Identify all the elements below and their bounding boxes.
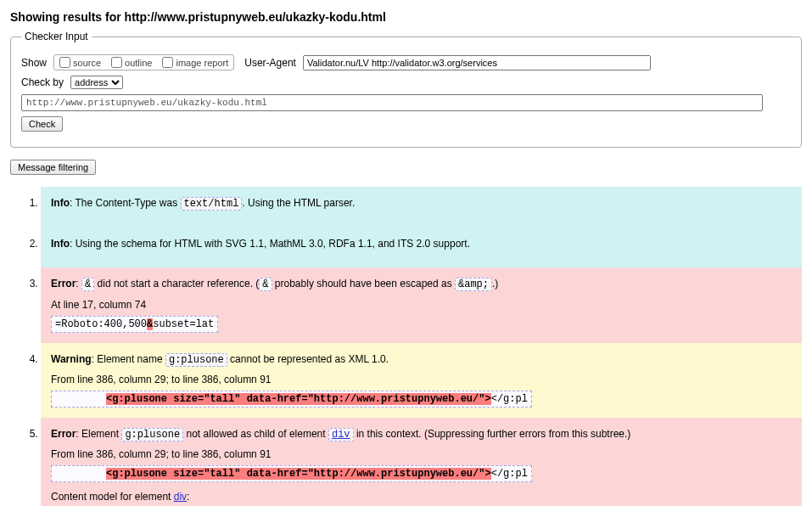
checkby-select[interactable]: address [70, 76, 123, 89]
msg4-t1: : Element name [92, 353, 165, 365]
checker-legend: Checker Input [21, 31, 92, 42]
msg3-t3: probably should have been escaped as [272, 278, 456, 290]
msg5-codeblock: <g:plusone size="tall" data-href="http:/… [51, 465, 532, 482]
msg4-t2: cannot be represented as XML 1.0. [227, 353, 389, 365]
message-info-1: Info: The Content-Type was text/html. Us… [41, 187, 802, 228]
results-url: http://www.pristupnyweb.eu/ukazky-kodu.h… [125, 10, 386, 24]
msg1-label: Info [51, 197, 70, 209]
msg3-c3: &amp; [455, 278, 492, 291]
msg5-div-link[interactable]: div [332, 429, 350, 441]
results-heading: Showing results for http://www.pristupny… [10, 10, 802, 24]
message-info-2: Info: Using the schema for HTML with SVG… [41, 228, 802, 267]
option-image-report: image report [162, 57, 228, 68]
address-row [21, 94, 791, 111]
msg2-t1: : Using the schema for HTML with SVG 1.1… [70, 238, 470, 250]
msg3-loc: At line 17, column 74 [51, 299, 792, 311]
checkby-label: Check by [21, 76, 64, 88]
msg3-label: Error [51, 278, 76, 290]
msg4-label: Warning [51, 353, 92, 365]
msg5-loc: From line 386, column 29; to line 386, c… [51, 448, 792, 460]
show-options-group: source outline image report [53, 54, 234, 70]
msg4-codeblock: <g:plusone size="tall" data-href="http:/… [51, 391, 532, 408]
msg5-cm-tail: : [187, 491, 189, 503]
msg3-t4: .) [492, 278, 498, 290]
option-source: source [59, 57, 101, 68]
message-error-3: Error: & did not start a character refer… [41, 267, 802, 342]
msg5-t2: not allowed as child of element [183, 428, 328, 440]
user-agent-input[interactable] [303, 55, 651, 70]
checker-input-fieldset: Checker Input Show source outline image … [10, 31, 802, 148]
msg3-t1: : [76, 278, 81, 290]
source-checkbox[interactable] [59, 57, 70, 68]
msg5-cm-label: Content model for element [51, 491, 174, 503]
outline-checkbox[interactable] [111, 57, 122, 68]
show-label: Show [21, 57, 47, 69]
msg5-code-post: </g:pl [491, 468, 528, 480]
results-prefix: Showing results for [10, 10, 125, 24]
option-outline: outline [111, 57, 152, 68]
msg5-code-hl: <g:plusone size="tall" data-href="http:/… [106, 468, 491, 480]
image-report-checkbox[interactable] [162, 57, 173, 68]
msg3-codeblock: =Roboto:400,500&subset=lat [51, 316, 218, 333]
msg5-t1: : Element [76, 428, 121, 440]
msg4-code-hl: <g:plusone size="tall" data-href="http:/… [106, 393, 491, 405]
msg4-c1: g:plusone [165, 353, 227, 367]
message-warning-4: Warning: Element name g:plusone cannot b… [41, 343, 802, 418]
msg5-t3: in this context. (Suppressing further er… [354, 428, 631, 440]
check-row: Check [21, 116, 791, 132]
msg1-t1: : The Content-Type was [70, 197, 181, 209]
msg1-code: text/html [181, 197, 243, 211]
show-row: Show source outline image report User-Ag… [21, 54, 791, 70]
image-report-checkbox-label: image report [176, 58, 228, 68]
msg1-t2: . Using the HTML parser. [242, 197, 355, 209]
address-input[interactable] [21, 94, 763, 111]
message-filtering-button[interactable]: Message filtering [10, 160, 96, 175]
user-agent-label: User-Agent [244, 57, 296, 69]
message-error-5: Error: Element g:plusone not allowed as … [41, 418, 802, 506]
outline-checkbox-label: outline [125, 58, 152, 68]
msg3-code-pre: =Roboto:400,500 [55, 318, 147, 330]
source-checkbox-label: source [73, 58, 101, 68]
msg4-code-post: </g:pl [491, 393, 528, 405]
check-button[interactable]: Check [21, 116, 63, 132]
msg3-c2: & [259, 278, 272, 291]
msg3-code-post: subset=lat [153, 318, 214, 330]
msg3-c1: & [81, 278, 94, 291]
msg4-loc: From line 386, column 29; to line 386, c… [51, 374, 792, 385]
msg5-divcode: div [328, 428, 354, 441]
messages-list: Info: The Content-Type was text/html. Us… [10, 187, 802, 506]
msg2-label: Info [51, 238, 70, 250]
msg5-cm-link[interactable]: div [174, 491, 187, 503]
msg5-label: Error [51, 428, 76, 440]
msg3-t2: did not start a character reference. ( [94, 278, 259, 290]
msg5-c1: g:plusone [121, 428, 183, 441]
checkby-row: Check by address [21, 76, 791, 89]
